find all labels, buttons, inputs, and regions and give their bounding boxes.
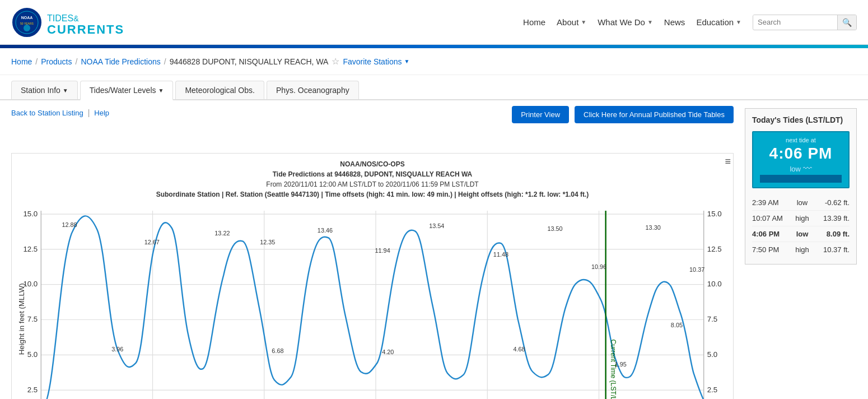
- svg-text:13.46: 13.46: [318, 227, 333, 234]
- svg-text:13.54: 13.54: [429, 222, 444, 229]
- link-separator: |: [88, 108, 90, 117]
- logo-and: &: [73, 14, 78, 23]
- svg-text:NOAA: NOAA: [21, 16, 33, 20]
- tab-meteorological-obs[interactable]: Meteorological Obs.: [175, 81, 264, 99]
- svg-point-4: [24, 25, 30, 31]
- svg-text:5.0: 5.0: [707, 350, 717, 359]
- chart-title2: Tide Predictions at 9446828, DUPONT, NIS…: [17, 169, 727, 179]
- favorite-stations-dropdown[interactable]: Favorite Stations ▼: [343, 57, 409, 66]
- wave-bottom: [760, 175, 842, 183]
- search-input[interactable]: [753, 15, 837, 29]
- breadcrumb-station-name: 9446828 DUPONT, NISQUALLY REACH, WA: [170, 57, 329, 66]
- what-we-do-dropdown-arrow: ▼: [647, 19, 653, 25]
- tides-water-levels-arrow: ▼: [158, 87, 164, 94]
- tide-height: 8.09 ft.: [819, 230, 850, 238]
- svg-text:12.35: 12.35: [260, 239, 275, 245]
- tide-time: 7:50 PM: [752, 245, 786, 254]
- next-tide-type: low 〰: [760, 164, 842, 174]
- sidebar: Today's Tides (LST/LDT) next tide at 4:0…: [745, 108, 857, 399]
- logo-tides-text: TIDES: [47, 13, 73, 23]
- svg-text:2.5: 2.5: [27, 386, 38, 394]
- svg-text:13.22: 13.22: [214, 230, 230, 236]
- breadcrumb-products[interactable]: Products: [41, 57, 72, 66]
- about-dropdown-arrow: ▼: [581, 19, 586, 25]
- tide-time: 4:06 PM: [752, 230, 786, 238]
- svg-text:Current Time (LST/LDT): Current Time (LST/LDT): [609, 340, 617, 399]
- breadcrumb-noaa-tide-predictions[interactable]: NOAA Tide Predictions: [81, 57, 160, 66]
- breadcrumb: Home / Products / NOAA Tide Predictions …: [0, 48, 868, 75]
- chart-title1: NOAA/NOS/CO-OPS: [17, 159, 727, 169]
- svg-text:2.5: 2.5: [707, 386, 717, 394]
- back-links: Back to Station Listing | Help: [11, 108, 109, 117]
- station-info-arrow: ▼: [63, 87, 68, 94]
- chart-header: NOAA/NOS/CO-OPS Tide Predictions at 9446…: [17, 159, 727, 200]
- tab-phys-oceanography[interactable]: Phys. Oceanography: [267, 81, 359, 99]
- tide-time: 2:39 AM: [752, 198, 786, 207]
- annual-tables-button[interactable]: Click Here for Annual Published Tide Tab…: [575, 106, 734, 123]
- logo-area: NOAA 50 YEARS TIDES& CURRENTS: [11, 7, 124, 38]
- main-nav: Home About ▼ What We Do ▼ News Education…: [523, 15, 857, 30]
- svg-text:15.0: 15.0: [707, 210, 722, 218]
- search-button[interactable]: 🔍: [837, 15, 856, 30]
- tide-type: high: [786, 245, 819, 254]
- nav-education[interactable]: Education ▼: [696, 17, 741, 27]
- logo-currents: CURRENTS: [47, 24, 124, 36]
- svg-text:1.95: 1.95: [615, 361, 627, 368]
- breadcrumb-station: 9446828 DUPONT, NISQUALLY REACH, WA ☆ Fa…: [170, 56, 410, 67]
- svg-text:3.96: 3.96: [111, 346, 123, 352]
- todays-tides-title: Today's Tides (LST/LDT): [752, 115, 850, 124]
- tide-type: low: [786, 230, 819, 238]
- svg-text:15.0: 15.0: [23, 210, 38, 218]
- logo-text: TIDES& CURRENTS: [47, 9, 124, 36]
- wave-icon: 〰: [803, 164, 812, 173]
- tide-height: 13.39 ft.: [819, 214, 850, 222]
- svg-text:11.94: 11.94: [375, 247, 390, 254]
- svg-text:4.20: 4.20: [382, 349, 394, 355]
- tide-time: 10:07 AM: [752, 214, 786, 222]
- back-to-station-listing-link[interactable]: Back to Station Listing: [11, 109, 83, 117]
- next-tide-display: next tide at 4:06 PM low 〰: [752, 131, 850, 188]
- svg-text:12.67: 12.67: [144, 239, 160, 245]
- tide-height: 10.37 ft.: [819, 245, 850, 254]
- svg-text:10.96: 10.96: [591, 263, 606, 270]
- svg-text:10.0: 10.0: [707, 280, 722, 288]
- svg-text:13.50: 13.50: [547, 225, 562, 232]
- tide-type: high: [786, 214, 819, 222]
- chart-menu-icon[interactable]: ≡: [722, 154, 733, 170]
- nav-news[interactable]: News: [664, 17, 685, 27]
- bc-sep-2: /: [76, 57, 78, 66]
- tide-row: 10:07 AM high 13.39 ft.: [752, 211, 850, 226]
- svg-text:4.68: 4.68: [513, 346, 525, 352]
- next-tide-label: next tide at: [760, 137, 842, 143]
- tab-tides-water-levels[interactable]: Tides/Water Levels ▼: [80, 81, 174, 100]
- svg-text:12.88: 12.88: [62, 221, 77, 228]
- svg-text:7.5: 7.5: [27, 315, 38, 323]
- svg-text:13.30: 13.30: [646, 224, 661, 231]
- tab-station-info[interactable]: Station Info ▼: [11, 81, 78, 99]
- svg-text:6.68: 6.68: [272, 347, 283, 354]
- favorite-star-icon[interactable]: ☆: [332, 56, 339, 67]
- tide-chart-svg: 15.0 12.5 10.0 7.5 5.0 2.5 0.0 15.0 12.5…: [17, 204, 727, 399]
- tide-chart-container: ≡ NOAA/NOS/CO-OPS Tide Predictions at 94…: [11, 153, 734, 399]
- svg-text:8.05: 8.05: [671, 322, 683, 328]
- noaa-logo: NOAA 50 YEARS: [11, 7, 43, 38]
- content-area: Back to Station Listing | Help Printer V…: [0, 100, 868, 399]
- tide-row: 2:39 AM low -0.62 ft.: [752, 195, 850, 211]
- search-area: 🔍: [753, 15, 857, 30]
- svg-text:10.37: 10.37: [689, 266, 704, 273]
- tabs-bar: Station Info ▼ Tides/Water Levels ▼ Mete…: [0, 75, 868, 100]
- page-header: NOAA 50 YEARS TIDES& CURRENTS Home About…: [0, 0, 868, 45]
- svg-text:12.5: 12.5: [23, 245, 38, 253]
- help-link[interactable]: Help: [94, 109, 109, 117]
- printer-view-button[interactable]: Printer View: [512, 106, 569, 123]
- main-content: Back to Station Listing | Help Printer V…: [11, 108, 734, 399]
- tide-curve: [41, 216, 703, 399]
- bc-sep-3: /: [164, 57, 166, 66]
- action-buttons: Printer View Click Here for Annual Publi…: [512, 106, 734, 123]
- logo-tides: TIDES&: [47, 9, 124, 24]
- nav-about[interactable]: About ▼: [557, 17, 586, 27]
- tide-chart-svg-wrap: 15.0 12.5 10.0 7.5 5.0 2.5 0.0 15.0 12.5…: [17, 204, 727, 399]
- nav-home[interactable]: Home: [523, 17, 545, 27]
- nav-what-we-do[interactable]: What We Do ▼: [598, 17, 653, 27]
- breadcrumb-home[interactable]: Home: [11, 57, 32, 66]
